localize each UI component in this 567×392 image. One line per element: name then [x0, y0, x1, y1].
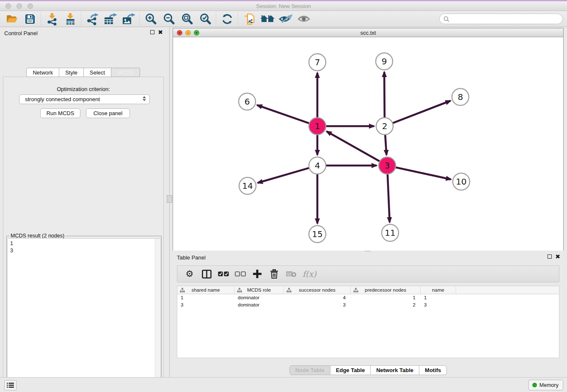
function-builder-icon[interactable]: f(x) [303, 268, 317, 280]
graph-edge-1-6[interactable] [257, 105, 310, 123]
graph-edge-3-11[interactable] [388, 174, 390, 222]
tab-motifs[interactable]: Motifs [419, 365, 447, 375]
mcds-panel: Optimization criterion: strongly connect… [3, 77, 164, 392]
graph-node-14[interactable]: 14 [239, 177, 256, 194]
tab-network[interactable]: Network [26, 68, 59, 77]
table-cell[interactable]: 1 [351, 295, 421, 300]
criterion-value: strongly connected component [25, 96, 100, 102]
run-mcds-button[interactable]: Run MCDS [40, 108, 80, 118]
close-panel-button[interactable]: Close panel [86, 108, 130, 118]
copy-network-view-icon[interactable] [240, 11, 258, 27]
network-window-titlebar[interactable]: ✕ − + scc.txt [173, 28, 563, 37]
show-graphics-details-icon[interactable] [295, 11, 313, 27]
table-cell[interactable]: 3 [421, 302, 456, 307]
column-header-successor-nodes[interactable]: successor nodes [284, 286, 351, 294]
delete-column-icon[interactable] [269, 268, 280, 280]
optimization-criterion-label: Optimization criterion: [3, 86, 163, 92]
table-cell[interactable]: dominator [234, 302, 284, 307]
select-all-checkboxes-icon[interactable] [218, 268, 229, 280]
vertical-splitter-handle[interactable] [167, 195, 172, 203]
mcds-result-group: MCDS result (2 nodes) 1 3 [6, 236, 162, 392]
column-header-name[interactable]: name [421, 286, 456, 294]
zoom-out-icon[interactable] [160, 11, 178, 27]
toggle-panel-columns-icon[interactable] [201, 268, 212, 280]
column-header-mcds-role[interactable]: MCDS role [234, 286, 284, 294]
node-table-header: shared nameMCDS rolesuccessor nodesprede… [177, 286, 559, 294]
table-panel-tabs: Node TableEdge TableNetwork TableMotifs [173, 365, 564, 375]
tab-node-table[interactable]: Node Table [289, 365, 330, 375]
mcds-result-area[interactable]: 1 3 [7, 238, 161, 392]
table-cell[interactable]: 2 [351, 302, 421, 307]
search-box[interactable] [439, 14, 563, 24]
graph-node-3[interactable]: 3 [379, 157, 396, 174]
export-network-icon[interactable] [83, 11, 101, 27]
tab-edge-table[interactable]: Edge Table [330, 365, 371, 375]
tab-network-table[interactable]: Network Table [371, 365, 419, 375]
table-cell[interactable]: 3 [284, 302, 351, 307]
home-view-icon[interactable] [258, 11, 276, 27]
table-cell[interactable]: 1 [177, 295, 234, 300]
column-header-shared-name[interactable]: shared name [177, 286, 234, 294]
node-table-body: 1dominator4113dominator323 [177, 294, 559, 308]
table-row[interactable]: 3dominator323 [177, 301, 559, 309]
import-network-icon[interactable] [43, 11, 61, 27]
export-table-icon[interactable] [101, 11, 119, 27]
svg-text:10: 10 [456, 177, 466, 187]
graph-edge-2-8[interactable] [393, 101, 451, 123]
memory-button[interactable]: Memory [528, 380, 563, 390]
add-column-icon[interactable] [252, 268, 263, 280]
deselect-all-checkboxes-icon[interactable] [235, 268, 246, 280]
table-cell[interactable]: dominator [234, 295, 284, 300]
graph-edge-2-9[interactable] [384, 72, 385, 118]
open-session-icon[interactable] [3, 11, 21, 27]
close-table-panel-icon[interactable]: ✖ [555, 254, 560, 259]
app-titlebar: Session: New Session [0, 1, 567, 11]
graph-node-9[interactable]: 9 [376, 53, 393, 70]
save-session-icon[interactable] [21, 11, 39, 27]
delete-table-icon[interactable] [286, 268, 297, 280]
search-icon [443, 16, 449, 22]
table-cell[interactable]: 1 [421, 295, 456, 300]
tab-style[interactable]: Style [59, 68, 84, 77]
graph-node-4[interactable]: 4 [309, 157, 326, 174]
control-panel-title: Control Panel [4, 30, 38, 36]
import-table-icon[interactable] [61, 11, 79, 27]
graph-node-7[interactable]: 7 [309, 54, 326, 71]
task-history-button[interactable] [4, 380, 17, 390]
tab-select[interactable]: Select [84, 68, 111, 77]
network-graph[interactable]: 7968124314101511 [173, 37, 563, 251]
graph-edge-3-10[interactable] [396, 167, 451, 179]
graph-node-11[interactable]: 11 [382, 224, 399, 241]
result-scrollbar[interactable] [155, 239, 160, 392]
float-panel-icon[interactable] [150, 30, 154, 34]
zoom-selected-icon[interactable] [196, 11, 214, 27]
float-table-panel-icon[interactable] [548, 254, 552, 259]
graph-node-1[interactable]: 1 [309, 118, 326, 135]
tab-mcds[interactable]: MCDS [111, 68, 140, 77]
column-header-predecessor-nodes[interactable]: predecessor nodes [351, 286, 421, 294]
table-settings-gear-icon[interactable]: ⚙ [184, 268, 195, 280]
table-cell[interactable]: 3 [177, 302, 234, 307]
table-row[interactable]: 1dominator411 [177, 294, 559, 301]
search-input[interactable] [451, 16, 557, 22]
graph-edge-3-1[interactable] [327, 131, 380, 161]
refresh-view-icon[interactable] [218, 11, 236, 27]
graph-edge-4-14[interactable] [258, 168, 309, 183]
criterion-select[interactable]: strongly connected component [19, 94, 150, 104]
zoom-in-icon[interactable] [141, 11, 160, 27]
table-cell[interactable]: 4 [284, 295, 351, 300]
export-image-icon[interactable] [119, 11, 138, 27]
graph-node-2[interactable]: 2 [376, 118, 393, 135]
graph-node-15[interactable]: 15 [309, 226, 326, 243]
graph-node-8[interactable]: 8 [452, 88, 469, 105]
graph-node-6[interactable]: 6 [239, 93, 256, 110]
graph-node-10[interactable]: 10 [453, 173, 470, 190]
hide-graphics-details-icon[interactable] [276, 11, 295, 27]
zoom-fit-icon[interactable] [178, 11, 196, 27]
close-panel-icon[interactable]: ✖ [158, 30, 163, 34]
svg-text:14: 14 [242, 181, 253, 191]
memory-label: Memory [539, 382, 559, 388]
node-table[interactable]: shared nameMCDS rolesuccessor nodesprede… [177, 286, 559, 358]
graph-edge-2-3[interactable] [385, 135, 386, 155]
mcds-result-text: 1 3 [8, 239, 160, 254]
